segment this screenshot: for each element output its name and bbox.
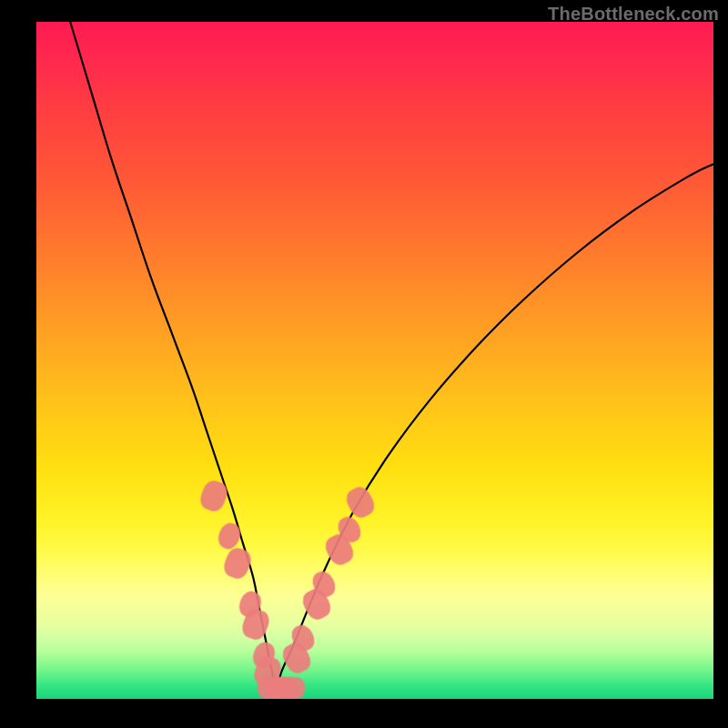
plot-area xyxy=(36,22,713,699)
data-bead xyxy=(274,678,305,699)
chart-stage: TheBottleneck.com xyxy=(0,0,728,728)
bottleneck-curve xyxy=(36,22,713,699)
